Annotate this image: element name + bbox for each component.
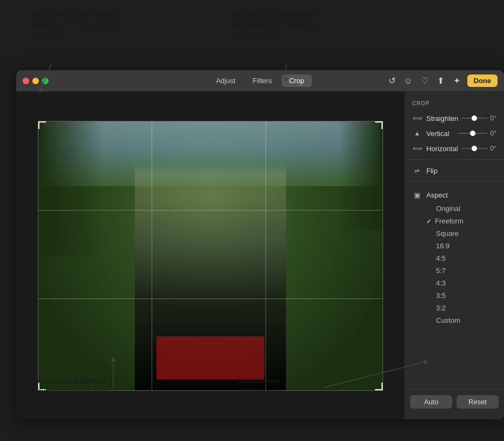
content-area: CROP ⟺ Straighten 0° ▲ Vertical 0° xyxy=(16,92,504,419)
aspect-item-custom-label: Custom xyxy=(436,316,460,324)
straighten-value: 0° xyxy=(491,114,496,122)
annotation-top-left: Перетягніть, щоб охопитиобласть фото, як… xyxy=(32,10,140,39)
wheelchair-accent xyxy=(156,336,264,379)
aspect-item-5-7[interactable]: 5:7 xyxy=(405,264,504,277)
sidebar-title: CROP xyxy=(405,97,504,111)
maximize-button[interactable] xyxy=(42,78,49,84)
divider-2 xyxy=(405,181,504,182)
flip-icon: ⇌ xyxy=(412,166,422,175)
sidebar: CROP ⟺ Straighten 0° ▲ Vertical 0° xyxy=(404,92,504,419)
straighten-thumb xyxy=(472,116,477,121)
aspect-item-freeform[interactable]: Freeform xyxy=(405,215,504,227)
divider-1 xyxy=(405,159,504,160)
horizontal-slider[interactable] xyxy=(461,148,487,149)
sidebar-vertical[interactable]: ▲ Vertical 0° xyxy=(405,126,504,141)
flip-label: Flip xyxy=(426,167,496,175)
tools-icon[interactable]: ✦ xyxy=(451,75,463,87)
aspect-item-original-label: Original xyxy=(436,205,460,213)
rotate-left-icon[interactable]: ↺ xyxy=(386,75,398,87)
share-icon[interactable]: ⬆ xyxy=(435,75,447,87)
tab-filters[interactable]: Filters xyxy=(245,74,279,87)
auto-button[interactable]: Auto xyxy=(410,395,452,409)
aspect-item-original[interactable]: Original xyxy=(405,202,504,215)
photo-area[interactable] xyxy=(16,92,404,419)
tab-bar: Adjust Filters Crop xyxy=(208,74,312,87)
toolbar-right: ↺ ☺ ♡ ⬆ ✦ Done xyxy=(386,74,498,87)
aspect-item-3-5-label: 3:5 xyxy=(436,291,446,300)
sidebar-horizontal[interactable]: ⟺ Horizontal 0° xyxy=(405,141,504,156)
aspect-label: Aspect xyxy=(426,191,448,199)
aspect-item-4-3[interactable]: 4:3 xyxy=(405,277,504,289)
minimize-button[interactable] xyxy=(32,78,39,84)
photo xyxy=(38,121,383,391)
horizontal-icon: ⟺ xyxy=(412,144,422,153)
aspect-item-square-label: Square xyxy=(436,229,459,238)
aspect-item-square[interactable]: Square xyxy=(405,227,504,240)
sidebar-bottom: Auto Reset xyxy=(405,389,504,414)
aspect-header[interactable]: ▣ Aspect xyxy=(405,187,504,202)
straighten-label: Straighten xyxy=(426,114,458,123)
face-icon[interactable]: ☺ xyxy=(403,75,414,87)
aspect-item-3-2[interactable]: 3:2 xyxy=(405,302,504,314)
horizontal-thumb xyxy=(472,146,477,151)
vertical-thumb xyxy=(470,131,475,136)
aspect-item-custom[interactable]: Custom xyxy=(405,314,504,327)
aspect-item-3-5[interactable]: 3:5 xyxy=(405,289,504,302)
heart-icon[interactable]: ♡ xyxy=(419,75,431,87)
aspect-icon: ▣ xyxy=(412,190,422,200)
aspect-item-5-7-label: 5:7 xyxy=(436,267,446,275)
straighten-slider[interactable] xyxy=(461,118,487,119)
aspect-item-3-2-label: 3:2 xyxy=(436,304,446,312)
aspect-section: ▣ Aspect Original Freeform Square 16:9 4 xyxy=(405,185,504,329)
aspect-item-16-9-label: 16:9 xyxy=(436,242,449,250)
traffic-lights xyxy=(16,78,49,84)
reset-button[interactable]: Reset xyxy=(457,395,499,409)
aspect-item-16-9[interactable]: 16:9 xyxy=(405,240,504,252)
main-window: Adjust Filters Crop ↺ ☺ ♡ ⬆ ✦ Done xyxy=(16,70,504,419)
tab-adjust[interactable]: Adjust xyxy=(208,74,243,87)
aspect-item-4-5[interactable]: 4:5 xyxy=(405,252,504,264)
done-button[interactable]: Done xyxy=(467,74,498,87)
tree-left xyxy=(38,121,103,256)
annotation-bottom-left: Потягніть, щоб зробитивидимою на екрані … xyxy=(30,376,146,406)
straighten-icon: ⟺ xyxy=(412,113,422,123)
vertical-label: Vertical xyxy=(426,130,455,138)
photo-container xyxy=(38,121,383,391)
sidebar-flip[interactable]: ⇌ Flip xyxy=(405,163,504,178)
aspect-item-4-3-label: 4:3 xyxy=(436,279,446,287)
sidebar-straighten[interactable]: ⟺ Straighten 0° xyxy=(405,111,504,126)
vertical-slider[interactable] xyxy=(458,133,487,134)
vertical-icon: ▲ xyxy=(412,128,422,138)
photo-background xyxy=(38,121,383,390)
annotation-top-right: Клацніть, щоб відобразитиінструменти обт… xyxy=(232,10,351,39)
titlebar: Adjust Filters Crop ↺ ☺ ♡ ⬆ ✦ Done xyxy=(16,70,504,92)
aspect-item-freeform-label: Freeform xyxy=(435,217,464,225)
annotation-bottom-right: Автоматичнеобтинання тавирівнювання фото… xyxy=(237,376,351,406)
close-button[interactable] xyxy=(23,78,29,84)
aspect-item-4-5-label: 4:5 xyxy=(436,254,446,262)
tab-crop[interactable]: Crop xyxy=(282,74,312,87)
horizontal-label: Horizontal xyxy=(426,145,458,153)
horizontal-value: 0° xyxy=(491,145,496,152)
vertical-value: 0° xyxy=(491,130,496,137)
tree-right xyxy=(339,121,383,229)
